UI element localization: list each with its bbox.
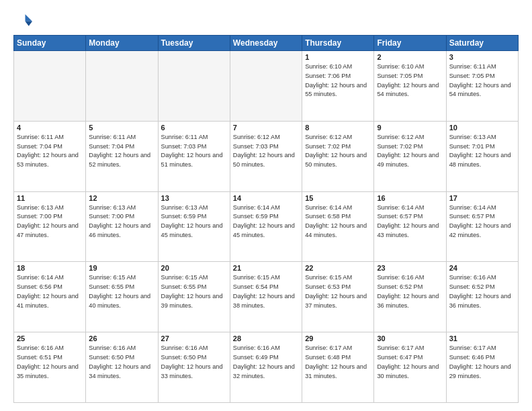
day-number: 3	[449, 53, 515, 61]
day-info: Sunrise: 6:16 AMSunset: 6:50 PMDaylight:…	[89, 344, 154, 381]
day-info: Sunrise: 6:14 AMSunset: 6:57 PMDaylight:…	[449, 203, 515, 240]
day-number: 11	[17, 194, 83, 202]
day-cell: 21Sunrise: 6:15 AMSunset: 6:54 PMDayligh…	[230, 262, 302, 332]
day-cell	[230, 51, 302, 122]
day-number: 8	[305, 124, 371, 132]
page: SundayMondayTuesdayWednesdayThursdayFrid…	[0, 0, 532, 411]
day-cell: 22Sunrise: 6:15 AMSunset: 6:53 PMDayligh…	[302, 262, 374, 332]
day-cell: 12Sunrise: 6:13 AMSunset: 7:00 PMDayligh…	[86, 191, 158, 262]
day-number: 24	[449, 264, 515, 272]
day-number: 15	[305, 194, 371, 202]
day-info: Sunrise: 6:15 AMSunset: 6:55 PMDaylight:…	[89, 273, 154, 310]
day-cell: 5Sunrise: 6:11 AMSunset: 7:04 PMDaylight…	[86, 121, 158, 191]
day-info: Sunrise: 6:17 AMSunset: 6:46 PMDaylight:…	[449, 344, 515, 381]
day-cell: 23Sunrise: 6:16 AMSunset: 6:52 PMDayligh…	[374, 262, 446, 332]
day-cell: 7Sunrise: 6:12 AMSunset: 7:03 PMDaylight…	[230, 121, 302, 191]
logo	[13, 11, 35, 30]
day-number: 7	[233, 124, 299, 132]
day-number: 6	[161, 124, 227, 132]
day-header-tuesday: Tuesday	[158, 36, 230, 51]
day-info: Sunrise: 6:13 AMSunset: 7:01 PMDaylight:…	[449, 133, 515, 170]
day-cell: 30Sunrise: 6:17 AMSunset: 6:47 PMDayligh…	[374, 332, 446, 403]
day-info: Sunrise: 6:11 AMSunset: 7:03 PMDaylight:…	[161, 133, 227, 170]
day-cell: 24Sunrise: 6:16 AMSunset: 6:52 PMDayligh…	[446, 262, 518, 332]
day-number: 27	[161, 334, 227, 342]
day-number: 26	[89, 334, 154, 342]
day-info: Sunrise: 6:12 AMSunset: 7:02 PMDaylight:…	[377, 133, 443, 170]
day-cell	[158, 51, 230, 122]
day-info: Sunrise: 6:14 AMSunset: 6:57 PMDaylight:…	[377, 203, 443, 240]
svg-marker-1	[26, 21, 33, 26]
day-cell: 3Sunrise: 6:11 AMSunset: 7:05 PMDaylight…	[446, 51, 518, 122]
day-cell: 1Sunrise: 6:10 AMSunset: 7:06 PMDaylight…	[302, 51, 374, 122]
day-number: 16	[377, 194, 443, 202]
day-number: 10	[449, 124, 515, 132]
day-number: 5	[89, 124, 154, 132]
day-cell: 8Sunrise: 6:12 AMSunset: 7:02 PMDaylight…	[302, 121, 374, 191]
day-cell: 10Sunrise: 6:13 AMSunset: 7:01 PMDayligh…	[446, 121, 518, 191]
day-number: 20	[161, 264, 227, 272]
day-cell: 28Sunrise: 6:16 AMSunset: 6:49 PMDayligh…	[230, 332, 302, 403]
day-info: Sunrise: 6:13 AMSunset: 6:59 PMDaylight:…	[161, 203, 227, 240]
day-number: 29	[305, 334, 371, 342]
day-number: 14	[233, 194, 299, 202]
day-info: Sunrise: 6:11 AMSunset: 7:04 PMDaylight:…	[89, 133, 154, 170]
day-number: 1	[305, 53, 371, 61]
day-cell: 9Sunrise: 6:12 AMSunset: 7:02 PMDaylight…	[374, 121, 446, 191]
day-header-saturday: Saturday	[446, 36, 518, 51]
day-cell: 15Sunrise: 6:14 AMSunset: 6:58 PMDayligh…	[302, 191, 374, 262]
logo-icon	[13, 11, 32, 30]
day-cell: 16Sunrise: 6:14 AMSunset: 6:57 PMDayligh…	[374, 191, 446, 262]
day-number: 12	[89, 194, 154, 202]
week-row-2: 11Sunrise: 6:13 AMSunset: 7:00 PMDayligh…	[14, 191, 519, 262]
header-row: SundayMondayTuesdayWednesdayThursdayFrid…	[14, 36, 519, 51]
svg-marker-0	[26, 14, 33, 21]
day-cell: 26Sunrise: 6:16 AMSunset: 6:50 PMDayligh…	[86, 332, 158, 403]
day-info: Sunrise: 6:11 AMSunset: 7:04 PMDaylight:…	[17, 133, 83, 170]
day-number: 17	[449, 194, 515, 202]
day-cell: 14Sunrise: 6:14 AMSunset: 6:59 PMDayligh…	[230, 191, 302, 262]
day-cell: 4Sunrise: 6:11 AMSunset: 7:04 PMDaylight…	[14, 121, 86, 191]
day-number: 4	[17, 124, 83, 132]
day-info: Sunrise: 6:10 AMSunset: 7:06 PMDaylight:…	[305, 62, 371, 99]
day-cell: 18Sunrise: 6:14 AMSunset: 6:56 PMDayligh…	[14, 262, 86, 332]
day-info: Sunrise: 6:16 AMSunset: 6:52 PMDaylight:…	[377, 273, 443, 310]
day-number: 23	[377, 264, 443, 272]
week-row-3: 18Sunrise: 6:14 AMSunset: 6:56 PMDayligh…	[14, 262, 519, 332]
week-row-1: 4Sunrise: 6:11 AMSunset: 7:04 PMDaylight…	[14, 121, 519, 191]
day-number: 28	[233, 334, 299, 342]
day-cell: 31Sunrise: 6:17 AMSunset: 6:46 PMDayligh…	[446, 332, 518, 403]
header	[13, 11, 519, 30]
day-info: Sunrise: 6:16 AMSunset: 6:50 PMDaylight:…	[161, 344, 227, 381]
day-cell: 19Sunrise: 6:15 AMSunset: 6:55 PMDayligh…	[86, 262, 158, 332]
day-info: Sunrise: 6:12 AMSunset: 7:02 PMDaylight:…	[305, 133, 371, 170]
day-info: Sunrise: 6:15 AMSunset: 6:55 PMDaylight:…	[161, 273, 227, 310]
day-number: 25	[17, 334, 83, 342]
day-info: Sunrise: 6:15 AMSunset: 6:54 PMDaylight:…	[233, 273, 299, 310]
day-cell: 13Sunrise: 6:13 AMSunset: 6:59 PMDayligh…	[158, 191, 230, 262]
day-info: Sunrise: 6:11 AMSunset: 7:05 PMDaylight:…	[449, 62, 515, 99]
day-cell: 27Sunrise: 6:16 AMSunset: 6:50 PMDayligh…	[158, 332, 230, 403]
day-number: 9	[377, 124, 443, 132]
day-info: Sunrise: 6:14 AMSunset: 6:58 PMDaylight:…	[305, 203, 371, 240]
calendar: SundayMondayTuesdayWednesdayThursdayFrid…	[13, 35, 519, 403]
day-header-friday: Friday	[374, 36, 446, 51]
day-cell: 6Sunrise: 6:11 AMSunset: 7:03 PMDaylight…	[158, 121, 230, 191]
day-info: Sunrise: 6:12 AMSunset: 7:03 PMDaylight:…	[233, 133, 299, 170]
day-info: Sunrise: 6:14 AMSunset: 6:56 PMDaylight:…	[17, 273, 83, 310]
day-cell	[86, 51, 158, 122]
day-header-monday: Monday	[86, 36, 158, 51]
day-info: Sunrise: 6:15 AMSunset: 6:53 PMDaylight:…	[305, 273, 371, 310]
day-cell: 25Sunrise: 6:16 AMSunset: 6:51 PMDayligh…	[14, 332, 86, 403]
week-row-4: 25Sunrise: 6:16 AMSunset: 6:51 PMDayligh…	[14, 332, 519, 403]
day-info: Sunrise: 6:14 AMSunset: 6:59 PMDaylight:…	[233, 203, 299, 240]
day-number: 31	[449, 334, 515, 342]
day-info: Sunrise: 6:13 AMSunset: 7:00 PMDaylight:…	[89, 203, 154, 240]
day-cell	[14, 51, 86, 122]
day-header-thursday: Thursday	[302, 36, 374, 51]
day-info: Sunrise: 6:17 AMSunset: 6:47 PMDaylight:…	[377, 344, 443, 381]
day-cell: 2Sunrise: 6:10 AMSunset: 7:05 PMDaylight…	[374, 51, 446, 122]
day-number: 19	[89, 264, 154, 272]
day-info: Sunrise: 6:16 AMSunset: 6:49 PMDaylight:…	[233, 344, 299, 381]
day-header-sunday: Sunday	[14, 36, 86, 51]
